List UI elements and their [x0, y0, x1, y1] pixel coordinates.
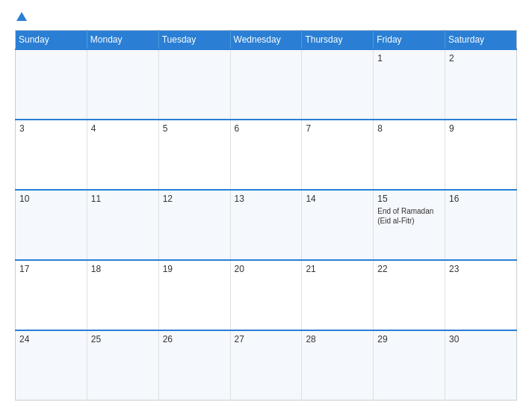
day-number: 18: [91, 264, 155, 274]
calendar-cell: 27: [230, 330, 302, 401]
day-number: 9: [449, 123, 513, 134]
calendar-cell: 12: [158, 190, 230, 260]
calendar-cell: [87, 49, 158, 120]
calendar-cell: 15End of Ramadan (Eid al-Fitr): [374, 190, 445, 260]
header-monday: Monday: [87, 31, 158, 50]
page: Sunday Monday Tuesday Wednesday Thursday…: [0, 0, 532, 411]
calendar-cell: 18: [87, 260, 158, 330]
calendar-cell: 28: [302, 330, 374, 401]
day-number: 23: [449, 264, 513, 274]
calendar-cell: 19: [158, 260, 230, 330]
calendar-cell: 20: [230, 260, 302, 330]
day-number: 1: [377, 53, 441, 64]
header-saturday: Saturday: [445, 31, 517, 50]
calendar-cell: 3: [16, 120, 87, 190]
header-tuesday: Tuesday: [158, 31, 230, 50]
day-number: 30: [449, 334, 513, 344]
day-number: 21: [306, 264, 369, 274]
calendar-cell: 24: [16, 330, 87, 401]
calendar-cell: [302, 49, 374, 120]
day-number: 12: [163, 194, 226, 204]
calendar-cell: 10: [16, 190, 87, 260]
calendar-cell: 11: [87, 190, 158, 260]
day-number: 11: [91, 194, 155, 204]
logo-triangle-icon: [16, 12, 27, 21]
day-number: 20: [235, 264, 298, 274]
calendar-week-row: 17181920212223: [16, 260, 517, 330]
calendar-cell: [158, 49, 230, 120]
calendar-cell: 13: [230, 190, 302, 260]
day-number: 5: [163, 123, 226, 134]
day-number: 16: [449, 194, 513, 204]
calendar-cell: [16, 49, 87, 120]
day-number: 24: [19, 334, 83, 344]
header-friday: Friday: [374, 31, 445, 50]
day-number: 25: [91, 334, 155, 344]
day-number: 8: [377, 123, 441, 134]
calendar-cell: 6: [230, 120, 302, 190]
day-number: 26: [163, 334, 226, 344]
calendar-cell: 29: [374, 330, 445, 401]
calendar-week-row: 24252627282930: [16, 330, 517, 401]
calendar-cell: [230, 49, 302, 120]
calendar-cell: 8: [374, 120, 445, 190]
day-number: 4: [91, 123, 155, 134]
calendar-cell: 30: [445, 330, 517, 401]
day-number: 7: [306, 123, 369, 134]
calendar-cell: 2: [445, 49, 517, 120]
header-thursday: Thursday: [302, 31, 374, 50]
calendar-cell: 23: [445, 260, 517, 330]
day-number: 15: [377, 194, 441, 204]
day-number: 19: [163, 264, 226, 274]
calendar-cell: 21: [302, 260, 374, 330]
calendar-cell: 16: [445, 190, 517, 260]
day-number: 27: [235, 334, 298, 344]
calendar-cell: 14: [302, 190, 374, 260]
calendar-cell: 9: [445, 120, 517, 190]
day-number: 17: [19, 264, 83, 274]
calendar-table: Sunday Monday Tuesday Wednesday Thursday…: [15, 30, 517, 401]
day-number: 22: [377, 264, 441, 274]
calendar-cell: 1: [374, 49, 445, 120]
calendar-cell: 22: [374, 260, 445, 330]
days-header-row: Sunday Monday Tuesday Wednesday Thursday…: [16, 31, 517, 50]
calendar-cell: 4: [87, 120, 158, 190]
day-number: 28: [306, 334, 369, 344]
day-number: 13: [235, 194, 298, 204]
calendar-cell: 26: [158, 330, 230, 401]
day-number: 6: [235, 123, 298, 134]
day-number: 10: [19, 194, 83, 204]
day-number: 29: [377, 334, 441, 344]
header: [15, 13, 517, 22]
calendar-cell: 25: [87, 330, 158, 401]
header-wednesday: Wednesday: [230, 31, 302, 50]
calendar-cell: 7: [302, 120, 374, 190]
calendar-week-row: 101112131415End of Ramadan (Eid al-Fitr)…: [16, 190, 517, 260]
day-number: 14: [306, 194, 369, 204]
calendar-cell: 5: [158, 120, 230, 190]
logo: [15, 13, 27, 22]
day-number: 2: [449, 53, 513, 64]
calendar-week-row: 3456789: [16, 120, 517, 190]
calendar-cell: 17: [16, 260, 87, 330]
calendar-week-row: 12: [16, 49, 517, 120]
calendar-event: End of Ramadan (Eid al-Fitr): [377, 206, 441, 226]
header-sunday: Sunday: [16, 31, 87, 50]
day-number: 3: [19, 123, 83, 134]
